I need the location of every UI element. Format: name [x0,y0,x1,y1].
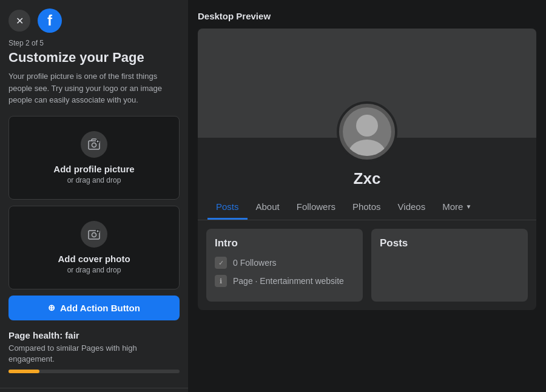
step-label: Step 2 of 5 [8,39,180,47]
health-title: Page health: fair [8,330,180,340]
health-bar-fill [8,370,39,373]
fb-logo-letter: f [47,12,52,29]
page-name: Zxc [207,169,527,188]
tab-videos[interactable]: Videos [389,195,434,220]
preview-label: Desktop Preview [198,11,536,21]
page-health: Page health: fair Compared to similar Pa… [0,330,188,383]
tab-followers[interactable]: Followers [288,195,344,220]
cover-photo-upload[interactable]: Add cover photo or drag and drop [8,206,180,289]
left-content: Step 2 of 5 Customize your Page Your pro… [0,39,188,330]
svg-point-4 [92,232,96,237]
profile-upload-label: Add profile picture [53,164,134,174]
add-action-button[interactable]: ⊕ Add Action Button [8,296,180,320]
profile-upload-icon [81,131,107,158]
left-panel: ✕ f Step 2 of 5 Customize your Page Your… [0,0,188,392]
top-bar: ✕ f [0,0,188,39]
profile-avatar-wrapper [337,101,397,162]
facebook-logo: f [38,8,62,33]
action-button-label: Add Action Button [60,303,140,313]
profile-picture-upload[interactable]: Add profile picture or drag and drop [8,116,180,200]
profile-avatar [337,101,397,162]
posts-box: Posts [371,229,528,302]
tab-posts[interactable]: Posts [207,195,248,220]
followers-row: ✓ 0 Followers [215,257,354,269]
health-bar-background [8,370,180,373]
tab-photos[interactable]: Photos [344,195,389,220]
close-icon: ✕ [16,15,24,27]
cover-upload-label: Add cover photo [58,254,130,264]
tab-about[interactable]: About [248,195,288,220]
meta-icon: ⊕ [48,303,55,313]
close-button[interactable]: ✕ [8,10,30,32]
page-description: Your profile picture is one of the first… [8,70,180,106]
info-icon: ℹ [215,275,227,287]
right-panel: Desktop Preview Zxc [188,0,546,392]
more-label: More [442,201,463,212]
intro-box: Intro ✓ 0 Followers ℹ Page · Entertainme… [206,229,363,302]
svg-point-7 [349,140,385,156]
intro-title: Intro [215,237,354,249]
profile-upload-sublabel: or drag and drop [67,176,121,184]
svg-point-1 [92,143,96,147]
facebook-preview: Zxc Posts About Followers Photos Videos … [198,29,536,310]
cover-upload-icon [81,221,107,248]
page-type-row: ℹ Page · Entertainment website [215,275,354,287]
cover-area [198,29,536,138]
posts-title: Posts [380,237,519,249]
nav-tabs: Posts About Followers Photos Videos More… [198,195,536,220]
followers-count: 0 Followers [233,258,277,268]
chevron-down-icon: ▼ [465,203,471,210]
avatar-inner [343,107,391,156]
svg-point-6 [356,115,378,137]
tab-content: Intro ✓ 0 Followers ℹ Page · Entertainme… [198,220,536,310]
followers-icon: ✓ [215,257,227,269]
health-description: Compared to similar Pages with high enga… [8,343,180,365]
page-title: Customize your Page [8,50,180,66]
cover-upload-sublabel: or drag and drop [67,266,121,274]
page-type: Page · Entertainment website [233,276,344,286]
tab-more[interactable]: More ▼ [434,195,480,220]
navigation-buttons: Previous Next [0,388,188,392]
